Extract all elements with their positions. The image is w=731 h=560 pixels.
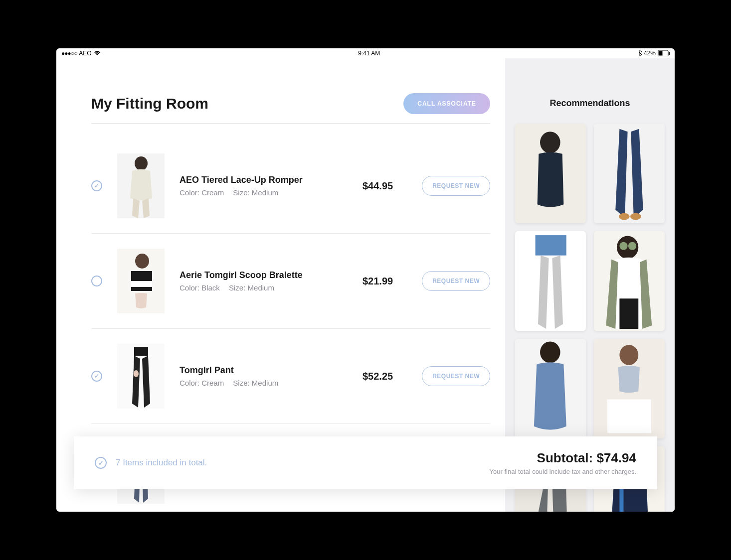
recommendation-tile[interactable] xyxy=(515,124,586,223)
svg-rect-11 xyxy=(134,347,148,356)
item-checkbox[interactable] xyxy=(91,371,102,382)
svg-rect-34 xyxy=(619,487,623,512)
item-price: $44.95 xyxy=(363,180,393,192)
item-price: $52.25 xyxy=(363,371,393,382)
item-price: $21.99 xyxy=(363,276,393,287)
svg-rect-30 xyxy=(607,400,651,433)
page-title: My Fitting Room xyxy=(91,95,208,112)
item-checkbox[interactable] xyxy=(91,180,102,191)
items-count-text: 7 Items included in total. xyxy=(116,458,207,468)
fitting-room-item: Tomgirl Pant Color: Cream Size: Medium $… xyxy=(91,329,490,424)
fitting-room-item: Aerie Tomgirl Scoop Bralette Color: Blac… xyxy=(91,234,490,329)
svg-point-27 xyxy=(540,342,560,363)
fitting-room-item: AEO Tiered Lace-Up Romper Color: Cream S… xyxy=(91,139,490,234)
recommendation-tile[interactable] xyxy=(594,124,665,223)
item-size: Size: Medium xyxy=(233,379,278,387)
svg-point-24 xyxy=(628,242,636,250)
subtotal-bar: 7 Items included in total. Subtotal: $74… xyxy=(74,436,657,489)
svg-rect-16 xyxy=(594,124,665,223)
carrier-label: AEO xyxy=(79,50,91,57)
item-size: Size: Medium xyxy=(229,283,274,292)
svg-point-18 xyxy=(630,213,641,220)
svg-rect-1 xyxy=(659,51,663,56)
item-color: Color: Cream xyxy=(180,379,224,387)
call-associate-button[interactable]: CALL ASSOCIATE xyxy=(403,93,490,114)
svg-point-23 xyxy=(619,242,627,250)
request-new-button[interactable]: REQUEST NEW xyxy=(422,176,490,196)
recommendation-tile[interactable] xyxy=(515,231,586,331)
signal-dots-icon: ●●●○○ xyxy=(61,50,77,57)
item-name: AEO Tiered Lace-Up Romper xyxy=(180,175,348,185)
svg-rect-2 xyxy=(669,52,670,55)
svg-point-12 xyxy=(134,370,139,377)
product-image[interactable] xyxy=(117,153,165,218)
recommendation-tile[interactable] xyxy=(594,231,665,331)
svg-rect-8 xyxy=(131,281,152,287)
wifi-icon xyxy=(94,51,101,56)
item-name: Tomgirl Pant xyxy=(180,365,348,376)
item-checkbox[interactable] xyxy=(91,276,102,286)
product-image[interactable] xyxy=(117,249,165,313)
recommendation-tile[interactable] xyxy=(594,339,665,438)
item-color: Color: Cream xyxy=(180,188,224,197)
recommendations-title: Recommendations xyxy=(515,98,665,109)
request-new-button[interactable]: REQUEST NEW xyxy=(422,271,490,291)
svg-rect-7 xyxy=(131,271,152,281)
svg-rect-20 xyxy=(536,235,566,256)
status-bar: ●●●○○ AEO 9:41 AM 42% xyxy=(56,48,675,58)
subtotal-label: Subtotal: $74.94 xyxy=(490,450,636,466)
bluetooth-icon xyxy=(638,50,642,56)
svg-point-29 xyxy=(619,345,638,365)
svg-point-4 xyxy=(135,156,148,170)
product-image[interactable] xyxy=(117,344,165,409)
battery-percent: 42% xyxy=(644,50,656,57)
svg-rect-9 xyxy=(131,287,152,291)
battery-icon xyxy=(658,50,670,56)
request-new-button[interactable]: REQUEST NEW xyxy=(422,366,490,386)
svg-point-17 xyxy=(619,213,630,220)
check-icon xyxy=(95,457,107,469)
svg-rect-25 xyxy=(619,298,638,329)
subtotal-note: Your final total could include tax and o… xyxy=(490,468,636,475)
svg-point-15 xyxy=(540,132,560,153)
svg-point-6 xyxy=(135,254,149,269)
item-size: Size: Medium xyxy=(233,188,278,197)
recommendation-tile[interactable] xyxy=(515,339,586,438)
item-name: Aerie Tomgirl Scoop Bralette xyxy=(180,270,348,280)
item-color: Color: Black xyxy=(180,283,220,292)
status-time: 9:41 AM xyxy=(358,50,380,57)
